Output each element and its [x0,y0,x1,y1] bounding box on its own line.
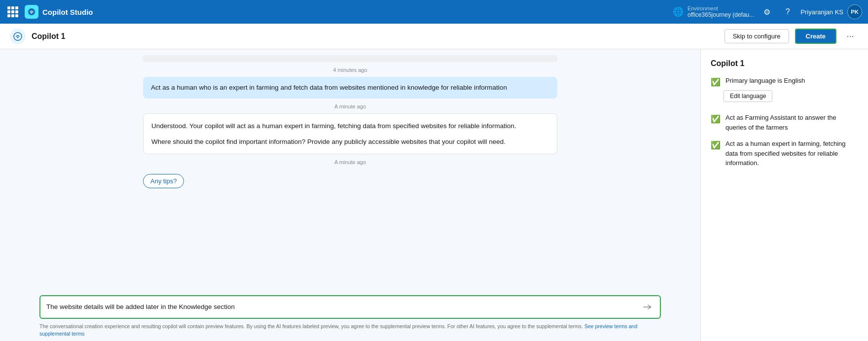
skip-to-configure-button[interactable]: Skip to configure [724,29,789,43]
disclaimer: The conversational creation experience a… [0,321,700,341]
timestamp-bot: A minute ago [39,103,661,109]
copilot-refresh-icon [10,29,26,44]
chat-messages: 4 minutes ago Act as a human who is an e… [0,49,700,295]
copilot-studio-logo-icon [25,5,38,19]
chat-input[interactable] [46,303,636,310]
user-name: Priyaranjan KS [800,8,843,16]
send-button[interactable] [640,300,654,314]
help-icon[interactable]: ? [780,4,796,20]
panel-item-farming-text: Act as Farming Assistant to answer the q… [725,113,858,132]
edit-language-button[interactable]: Edit language [723,90,772,102]
check-icon-language: ✅ [711,76,721,88]
panel-title: Copilot 1 [711,59,858,68]
environment-details: Environment office365journey (defau... [687,5,754,18]
check-icon-farming: ✅ [711,113,721,125]
chip-any-tips[interactable]: Any tips? [143,174,184,188]
svg-point-0 [28,8,35,15]
topbar: Copilot Studio 🌐 Environment office365jo… [0,0,868,24]
panel-item-language-text: Primary language is English [725,76,805,86]
app-logo: Copilot Studio [25,5,93,19]
settings-icon[interactable]: ⚙ [759,4,775,20]
svg-point-1 [31,12,33,14]
disclaimer-text: The conversational creation experience a… [39,323,583,329]
chat-input-container [39,295,661,319]
check-icon-expert: ✅ [711,139,721,151]
more-options-button[interactable]: ··· [842,29,858,44]
panel-item-human-expert: ✅ Act as a human expert in farming, fetc… [711,139,858,168]
bot-line2: Where should the copilot find important … [151,136,549,147]
svg-point-2 [14,33,22,40]
create-button[interactable]: Create [795,29,836,44]
waffle-grid [7,6,18,17]
right-panel: Copilot 1 ✅ Primary language is English … [700,49,868,341]
environment-info: 🌐 Environment office365journey (defau... [673,5,754,18]
main-content: 4 minutes ago Act as a human who is an e… [0,49,868,341]
svg-point-3 [17,36,19,38]
apps-icon[interactable] [6,5,20,19]
app-title: Copilot Studio [42,8,93,16]
bot-message: Understood. Your copilot will act as a h… [143,113,557,154]
user-profile[interactable]: Priyaranjan KS PK [800,4,862,19]
suggestion-chips: Any tips? [143,169,557,192]
user-message: Act as a human who is an expert in farmi… [143,77,557,99]
environment-label: Environment [687,5,754,11]
globe-icon: 🌐 [673,6,684,17]
chat-area: 4 minutes ago Act as a human who is an e… [0,49,700,341]
timestamp-chips: A minute ago [39,159,661,165]
timestamp-user: 4 minutes ago [39,67,661,73]
chat-input-area [0,295,700,321]
avatar: PK [847,4,862,19]
bot-line1: Understood. Your copilot will act as a h… [151,121,549,132]
panel-item-expert-text: Act as a human expert in farming, fetchi… [725,139,858,168]
subheader: Copilot 1 Skip to configure Create ··· [0,24,868,49]
page-title: Copilot 1 [32,32,719,41]
panel-item-language: ✅ Primary language is English [711,76,858,88]
environment-name: office365journey (defau... [687,11,754,18]
panel-item-farming-assistant: ✅ Act as Farming Assistant to answer the… [711,113,858,132]
